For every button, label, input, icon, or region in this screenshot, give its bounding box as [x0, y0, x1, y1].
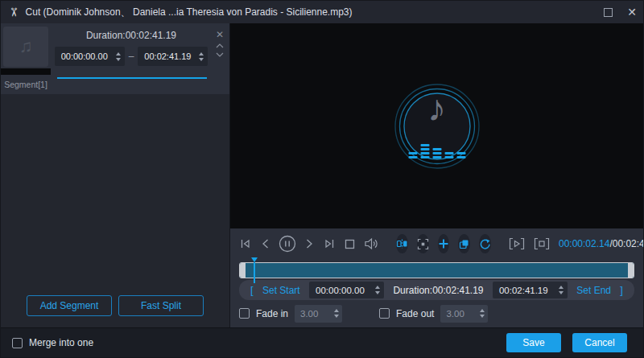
total-time: /00:02:41.19 — [609, 238, 644, 249]
prev-frame-button[interactable] — [239, 237, 252, 250]
merge-label: Merge into one — [29, 337, 93, 348]
spinner-up-icon[interactable] — [116, 52, 121, 56]
segment-delete-icon[interactable]: ✕ — [216, 30, 224, 39]
playhead[interactable] — [251, 257, 258, 283]
chevron-left-icon — [261, 238, 270, 249]
segment-thumbnail: ♫ — [3, 27, 48, 67]
reset-button[interactable] — [479, 234, 491, 253]
spinner-up-icon[interactable] — [375, 286, 380, 289]
titlebar: ✂ Cut (Dominik Johnson、 Daniela ...ia Th… — [1, 1, 643, 23]
trim-end-handle[interactable] — [628, 263, 634, 278]
main-area: ♫ Segment[1] Duration:00:02:41.19 — [1, 23, 643, 327]
preview-music-note-icon: ♪ — [427, 88, 446, 129]
segment-time-inputs: – — [54, 47, 208, 66]
fade-out-value[interactable] — [446, 309, 477, 319]
add-segment-button[interactable]: Add Segment — [27, 295, 112, 316]
fade-out-input[interactable] — [440, 305, 488, 323]
trim-bar: [ Set Start Duration:00:02:41.19 — [239, 280, 634, 300]
fade-out-spinner[interactable] — [480, 309, 485, 318]
maximize-button[interactable] — [604, 8, 613, 17]
segment-end-value[interactable] — [144, 51, 196, 61]
segment-duration-label: Duration:00:02:41.19 — [54, 30, 208, 41]
snapshot-icon — [417, 238, 429, 250]
segment-start-input[interactable] — [55, 47, 125, 66]
fade-out-checkbox[interactable] — [379, 308, 390, 319]
skip-end-icon — [323, 237, 336, 250]
spinner-down-icon[interactable] — [559, 291, 564, 294]
segment-end-input[interactable] — [138, 47, 208, 66]
spinner-up-icon[interactable] — [480, 309, 485, 312]
spinner-down-icon[interactable] — [199, 58, 204, 61]
segment-end-spinner[interactable] — [199, 52, 204, 61]
fade-in-value[interactable] — [300, 309, 331, 319]
preview-area: ♪ — [230, 23, 643, 228]
trim-duration-label: Duration:00:02:41.19 — [393, 285, 483, 296]
fade-in-checkbox[interactable] — [239, 308, 250, 319]
segment-move-up-icon[interactable] — [216, 43, 224, 48]
music-note-icon: ♫ — [19, 36, 33, 57]
spinner-down-icon[interactable] — [375, 291, 380, 294]
snapshot-button[interactable] — [417, 234, 429, 253]
spinner-down-icon[interactable] — [116, 58, 121, 61]
reset-icon — [479, 238, 491, 250]
cut-window: ✂ Cut (Dominik Johnson、 Daniela ...ia Th… — [0, 0, 644, 358]
time-display: 00:00:02.14/00:02:41.19 — [559, 238, 644, 249]
fast-split-button[interactable]: Fast Split — [118, 295, 204, 316]
set-end-button[interactable]: Set End — [576, 285, 611, 296]
transport-bar: 00:00:02.14/00:02:41.19 — [239, 232, 634, 256]
split-icon — [396, 238, 408, 249]
close-bracket: ] — [620, 284, 623, 296]
filmstrip-divider — [1, 68, 51, 75]
spinner-up-icon[interactable] — [199, 52, 204, 56]
equalizer-icon — [408, 144, 465, 158]
next-frame-button[interactable] — [323, 237, 336, 250]
timeline[interactable] — [239, 262, 634, 278]
segment-start-spinner[interactable] — [116, 52, 121, 61]
trim-end-spinner[interactable] — [559, 286, 564, 294]
trim-end-input[interactable] — [493, 282, 568, 298]
step-back-button[interactable] — [261, 238, 270, 249]
segment-start-value[interactable] — [61, 51, 113, 61]
segment-thumb-column: ♫ Segment[1] — [1, 23, 51, 94]
volume-button[interactable] — [364, 237, 378, 250]
cancel-button[interactable]: Cancel — [572, 333, 627, 352]
spinner-up-icon[interactable] — [334, 309, 339, 312]
footer-bar: Merge into one Save Cancel — [1, 327, 643, 357]
fade-in-input[interactable] — [295, 305, 342, 323]
merge-checkbox[interactable] — [12, 338, 23, 348]
segment-panel: ♫ Segment[1] Duration:00:02:41.19 — [1, 23, 230, 327]
set-start-button[interactable]: Set Start — [262, 285, 300, 296]
chevron-right-icon — [305, 238, 314, 249]
spinner-down-icon[interactable] — [480, 315, 485, 318]
segment-move-down-icon[interactable] — [216, 52, 224, 57]
trim-end-value[interactable] — [499, 286, 555, 295]
pause-button[interactable] — [279, 235, 296, 253]
play-segment-button[interactable] — [509, 237, 525, 250]
split-button[interactable] — [396, 234, 408, 253]
add-split-point-button[interactable] — [438, 234, 449, 253]
footer-buttons: Save Cancel — [506, 333, 627, 352]
step-forward-button[interactable] — [305, 238, 314, 249]
window-controls: ✕ — [604, 6, 637, 18]
trim-start-value[interactable] — [316, 286, 372, 295]
spinner-up-icon[interactable] — [559, 286, 564, 289]
trim-start-handle[interactable] — [240, 263, 246, 278]
trim-start-input[interactable] — [309, 282, 384, 298]
segment-progress-bar — [57, 77, 207, 79]
save-button[interactable]: Save — [506, 333, 561, 352]
plus-icon — [438, 238, 449, 249]
spinner-down-icon[interactable] — [334, 315, 339, 318]
trim-start-spinner[interactable] — [375, 286, 380, 294]
segment-body: Duration:00:02:41.19 – — [51, 23, 210, 94]
stop-segment-button[interactable] — [534, 237, 550, 250]
stop-button[interactable] — [345, 239, 355, 249]
skip-start-icon — [239, 237, 252, 250]
segment-item[interactable]: ♫ Segment[1] Duration:00:02:41.19 — [1, 23, 229, 94]
bracket-play-icon — [509, 237, 525, 250]
close-button[interactable]: ✕ — [627, 6, 637, 18]
copy-segment-button[interactable] — [458, 234, 470, 253]
player-area: ♪ — [230, 23, 643, 327]
control-panel: 00:00:02.14/00:02:41.19 — [230, 228, 643, 327]
segment-label: Segment[1] — [4, 80, 47, 89]
fade-in-spinner[interactable] — [334, 309, 339, 318]
